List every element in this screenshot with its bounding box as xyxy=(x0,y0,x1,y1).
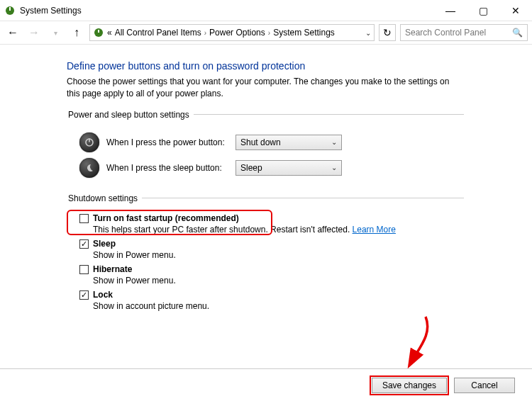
refresh-button[interactable]: ↻ xyxy=(379,24,396,41)
sleep-button-select[interactable]: Sleep ⌄ xyxy=(235,160,342,176)
shutdown-settings-section: Shutdown settings Turn on fast startup (… xyxy=(67,193,464,315)
sleep-button-label: When I press the sleep button: xyxy=(106,163,228,173)
svg-rect-1 xyxy=(9,7,11,11)
forward-button[interactable]: → xyxy=(26,24,43,41)
back-button[interactable]: ← xyxy=(4,24,21,41)
sleep-sub: Show in Power menu. xyxy=(93,250,464,260)
sleep-button-value: Sleep xyxy=(240,163,262,173)
chevron-down-icon: ⌄ xyxy=(331,138,337,146)
sleep-checkbox[interactable] xyxy=(79,239,89,249)
lock-checkbox[interactable] xyxy=(79,290,89,300)
maximize-button[interactable]: ▢ xyxy=(467,0,499,21)
fast-startup-checkbox[interactable] xyxy=(79,214,89,223)
search-input[interactable]: Search Control Panel 🔍 xyxy=(400,24,528,41)
power-sleep-section: Power and sleep button settings When I p… xyxy=(67,110,464,183)
address-dropdown-button[interactable]: ⌄ xyxy=(365,29,371,37)
fast-startup-label: Turn on fast startup (recommended) xyxy=(93,213,239,223)
shutdown-settings-legend: Shutdown settings xyxy=(67,193,142,203)
breadcrumb-item[interactable]: Power Options xyxy=(209,28,265,38)
minimize-button[interactable]: — xyxy=(434,0,467,21)
chevron-right-icon: › xyxy=(204,29,206,37)
control-panel-icon xyxy=(93,27,104,38)
hibernate-checkbox[interactable] xyxy=(79,265,89,274)
close-button[interactable]: ✕ xyxy=(499,0,532,21)
svg-rect-3 xyxy=(98,30,99,33)
chevron-right-icon: › xyxy=(268,29,270,37)
lock-label: Lock xyxy=(93,290,113,300)
window-title: System Settings xyxy=(20,6,434,16)
search-placeholder: Search Control Panel xyxy=(405,28,509,38)
svg-rect-5 xyxy=(89,138,90,142)
breadcrumb-item[interactable]: System Settings xyxy=(273,28,335,38)
page-heading: Define power buttons and turn on passwor… xyxy=(67,60,532,72)
chevron-down-icon: ⌄ xyxy=(331,164,337,171)
fast-startup-sub: This helps start your PC faster after sh… xyxy=(93,225,350,235)
power-button-select[interactable]: Shut down ⌄ xyxy=(235,135,342,150)
cancel-button[interactable]: Cancel xyxy=(454,378,515,393)
power-button-value: Shut down xyxy=(240,137,281,147)
hibernate-label: Hibernate xyxy=(93,264,132,274)
search-icon: 🔍 xyxy=(512,28,523,38)
save-button[interactable]: Save changes xyxy=(372,378,447,393)
power-sleep-legend: Power and sleep button settings xyxy=(67,110,194,120)
learn-more-link[interactable]: Learn More xyxy=(353,225,396,235)
power-button-icon xyxy=(79,132,99,152)
annotation-arrow xyxy=(397,313,454,377)
sleep-button-icon xyxy=(79,158,99,178)
sleep-label: Sleep xyxy=(93,239,116,249)
power-options-icon xyxy=(4,5,16,16)
breadcrumb-item[interactable]: All Control Panel Items xyxy=(115,28,201,38)
up-button[interactable]: ↑ xyxy=(68,24,85,41)
hibernate-sub: Show in Power menu. xyxy=(93,276,464,286)
address-bar[interactable]: « All Control Panel Items › Power Option… xyxy=(89,24,375,41)
recent-locations-button[interactable]: ▾ xyxy=(47,24,64,41)
power-button-label: When I press the power button: xyxy=(106,137,228,147)
lock-sub: Show in account picture menu. xyxy=(93,301,464,311)
breadcrumb-lead[interactable]: « xyxy=(107,28,112,38)
page-description: Choose the power settings that you want … xyxy=(67,76,464,100)
